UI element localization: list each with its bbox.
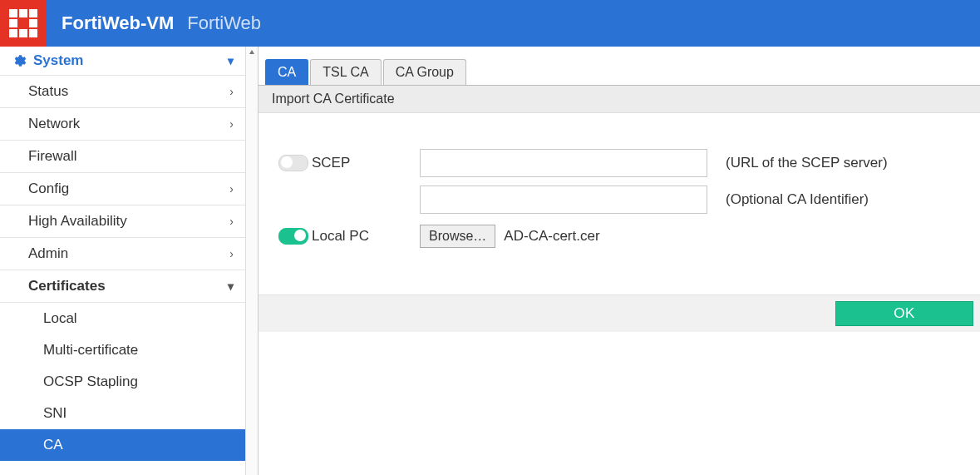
sidebar-item-high-availability[interactable]: High Availability› bbox=[0, 205, 245, 238]
sidebar-item-label: Certificates bbox=[28, 278, 106, 294]
tab-ca-group[interactable]: CA Group bbox=[383, 59, 466, 85]
chevron-right-icon: › bbox=[224, 117, 234, 131]
selected-file-name: AD-CA-cert.cer bbox=[504, 228, 599, 245]
svg-rect-6 bbox=[19, 29, 27, 37]
svg-rect-3 bbox=[9, 19, 17, 27]
sidebar-sub-sni[interactable]: SNI bbox=[0, 398, 245, 429]
browse-button[interactable]: Browse… bbox=[420, 225, 495, 248]
scep-id-hint: (Optional CA Identifier) bbox=[711, 191, 963, 208]
tab-ca[interactable]: CA bbox=[265, 59, 308, 85]
scep-id-row: (Optional CA Identifier) bbox=[278, 181, 963, 218]
product-subtitle: FortiWeb bbox=[187, 12, 261, 34]
tab-label: CA bbox=[278, 65, 296, 80]
chevron-right-icon: › bbox=[224, 182, 234, 195]
app-header: FortiWeb-VM FortiWeb bbox=[0, 0, 980, 47]
brand-logo bbox=[0, 0, 47, 47]
scep-id-input[interactable] bbox=[420, 186, 707, 214]
svg-rect-0 bbox=[9, 9, 17, 17]
sidebar-item-label: Admin bbox=[28, 245, 68, 262]
scep-url-hint: (URL of the SCEP server) bbox=[711, 155, 963, 171]
sidebar-sub-label: Local bbox=[43, 310, 77, 327]
scep-url-input[interactable] bbox=[420, 149, 707, 177]
sidebar-sub-label: OCSP Stapling bbox=[43, 374, 138, 390]
localpc-label: Local PC bbox=[312, 228, 420, 245]
tab-label: CA Group bbox=[396, 65, 454, 80]
scep-label: SCEP bbox=[312, 155, 420, 171]
sidebar-item-admin[interactable]: Admin› bbox=[0, 238, 245, 270]
page-subtitle: Import CA Certificate bbox=[259, 86, 980, 113]
gear-icon bbox=[12, 53, 27, 68]
sidebar-item-status[interactable]: Status› bbox=[0, 76, 245, 108]
sidebar-sub-label: Multi-certificate bbox=[43, 342, 138, 359]
fortinet-icon bbox=[9, 9, 37, 37]
sidebar-item-config[interactable]: Config› bbox=[0, 173, 245, 205]
import-form: SCEP (URL of the SCEP server) (Optional … bbox=[259, 113, 980, 255]
svg-rect-5 bbox=[9, 29, 17, 37]
sidebar-sub-local[interactable]: Local bbox=[0, 303, 245, 334]
sidebar-sub-label: SNI bbox=[43, 405, 66, 422]
svg-rect-1 bbox=[19, 9, 27, 17]
scep-toggle[interactable] bbox=[278, 155, 308, 171]
sidebar-item-label: Status bbox=[28, 83, 68, 100]
sidebar-item-certificates[interactable]: Certificates▾ bbox=[0, 270, 245, 303]
sidebar-scrollbar[interactable] bbox=[245, 47, 258, 475]
product-name: FortiWeb-VM bbox=[62, 12, 174, 34]
sidebar-section-label: System bbox=[33, 52, 83, 69]
localpc-row: Local PC Browse… AD-CA-cert.cer bbox=[278, 218, 963, 255]
sidebar-item-network[interactable]: Network› bbox=[0, 108, 245, 141]
ok-button[interactable]: OK bbox=[835, 301, 973, 326]
sidebar-item-label: High Availability bbox=[28, 213, 127, 230]
sidebar-item-label: Firewall bbox=[28, 148, 77, 165]
chevron-right-icon: › bbox=[224, 247, 234, 260]
chevron-down-icon: ▾ bbox=[223, 54, 234, 67]
scroll-up-icon[interactable] bbox=[246, 47, 258, 58]
chevron-right-icon: › bbox=[224, 215, 234, 228]
chevron-down-icon: ▾ bbox=[223, 280, 234, 293]
svg-rect-4 bbox=[29, 19, 37, 27]
sidebar: System ▾ Status› Network› Firewall Confi… bbox=[0, 47, 259, 475]
sidebar-item-label: Network bbox=[28, 116, 80, 132]
form-footer: OK bbox=[259, 294, 980, 332]
tabs: CA TSL CA CA Group bbox=[259, 47, 980, 86]
svg-rect-7 bbox=[29, 29, 37, 37]
sidebar-sub-multi-certificate[interactable]: Multi-certificate bbox=[0, 334, 245, 366]
scep-url-row: SCEP (URL of the SCEP server) bbox=[278, 145, 963, 181]
sidebar-sub-ocsp-stapling[interactable]: OCSP Stapling bbox=[0, 366, 245, 398]
sidebar-sub-label: CA bbox=[43, 437, 63, 453]
svg-rect-2 bbox=[29, 9, 37, 17]
tab-label: TSL CA bbox=[323, 65, 368, 80]
sidebar-item-firewall[interactable]: Firewall bbox=[0, 141, 245, 173]
localpc-toggle[interactable] bbox=[278, 228, 308, 245]
sidebar-item-label: Config bbox=[28, 181, 69, 197]
tab-tsl-ca[interactable]: TSL CA bbox=[310, 59, 381, 85]
sidebar-section-system[interactable]: System ▾ bbox=[0, 47, 245, 76]
main-panel: CA TSL CA CA Group Import CA Certificate… bbox=[259, 47, 980, 475]
sidebar-sub-ca[interactable]: CA bbox=[0, 429, 245, 461]
chevron-right-icon: › bbox=[224, 85, 234, 98]
